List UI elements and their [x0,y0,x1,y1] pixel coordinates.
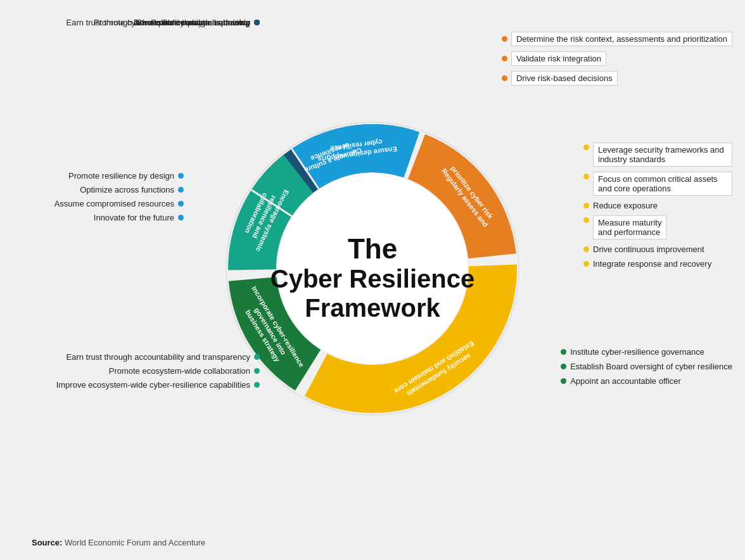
center-text-area: The Cyber Resilience Framework [271,234,474,322]
main-container: The Cyber Resilience Framework Promote c… [0,0,745,560]
label-promote-ecosystem: Promote ecosystem-wide collaboration [13,366,260,376]
incorporate-labels: Institute cyber-resilience governance Es… [561,347,732,391]
source-footer: Source: World Economic Forum and Accentu… [32,538,205,547]
label-provide-training: Provide continuous training [13,18,260,27]
label-innovate-future: Innovate for the future [13,213,184,222]
label-drive-risk: Drive risk-based decisions [502,71,732,86]
label-assume-compromised: Assume compromised resources [13,199,184,208]
center-title-cyber-resilience: Cyber Resilience [271,264,474,293]
label-appoint-officer: Appoint an accountable officer [561,376,732,386]
label-institute-governance: Institute cyber-resilience governance [561,347,732,357]
establish-labels: Leverage security frameworks and industr… [583,143,732,274]
ensure-labels: Promote resilience by design Optimize ac… [13,171,184,227]
label-improve-ecosystem: Improve ecosystem-wide cyber-resilience … [13,380,260,390]
label-leverage-frameworks: Leverage security frameworks and industr… [583,143,732,167]
label-reduce-exposure: Reduce exposure [583,201,732,210]
label-earn-trust-bottom: Earn trust through accountability and tr… [13,352,260,362]
encourage-labels: Earn trust through accountability and tr… [13,352,260,394]
center-title-framework: Framework [271,293,474,322]
label-measure-maturity: Measure maturityand performance [583,215,732,239]
label-optimize-functions: Optimize across functions [13,185,184,194]
label-determine-risk: Determine the risk context, assessments … [502,32,732,46]
label-integrate-response: Integrate response and recovery [583,259,732,269]
label-validate-risk: Validate risk integration [502,51,732,66]
label-focus-common: Focus on common critical assets and core… [583,172,732,196]
source-text: World Economic Forum and Accenture [65,538,205,547]
label-promote-resilience: Promote resilience by design [13,171,184,181]
label-establish-board: Establish Board oversight of cyber resil… [561,362,732,371]
assess-labels: Determine the risk context, assessments … [502,32,732,91]
center-title-the: The [271,234,474,264]
source-label: Source: [32,538,62,547]
label-drive-continuous: Drive continuous improvement [583,245,732,254]
